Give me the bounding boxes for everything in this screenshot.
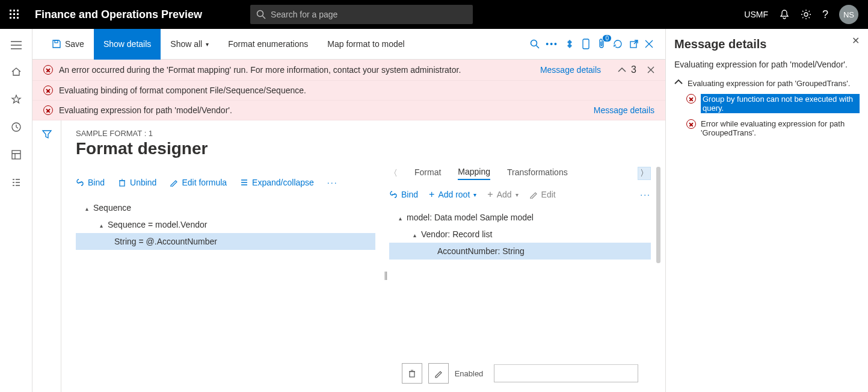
star-icon[interactable]	[11, 94, 22, 105]
close-icon[interactable]: ✕	[852, 35, 860, 46]
save-label: Save	[65, 39, 84, 49]
model-node-selected[interactable]: AccountNumber: String	[389, 243, 651, 260]
tabs: 〈 Format Mapping Transformations 〉	[389, 167, 651, 184]
more-icon[interactable]: •••	[546, 39, 558, 49]
error-row: An error occurred during the 'Format map…	[32, 60, 665, 81]
error-text: Evaluating expression for path 'model/Ve…	[59, 105, 232, 115]
show-details-label: Show details	[103, 39, 151, 49]
edit-button[interactable]	[428, 363, 449, 384]
filter-icon[interactable]	[42, 129, 52, 392]
svg-rect-3	[10, 13, 11, 15]
svg-rect-1	[13, 10, 15, 11]
error-icon	[43, 105, 53, 115]
svg-rect-13	[12, 151, 20, 159]
bind-button[interactable]: Bind	[76, 178, 105, 187]
tab-format[interactable]: Format	[414, 167, 441, 179]
search-icon[interactable]	[530, 39, 540, 49]
delete-button[interactable]	[402, 363, 422, 384]
scrollbar-thumb[interactable]	[656, 167, 660, 263]
tree-node-selected[interactable]: String = @.AccountNumber	[76, 233, 375, 250]
chevron-down-icon: ▾	[473, 191, 476, 198]
clock-icon[interactable]	[11, 122, 22, 132]
map-format-button[interactable]: Map format to model	[318, 29, 414, 60]
page-title: Format designer	[76, 139, 651, 158]
svg-rect-2	[17, 10, 19, 11]
tab-next-icon[interactable]: 〉	[638, 167, 651, 180]
model-node[interactable]: Vendor: Record list	[389, 226, 651, 243]
svg-rect-4	[13, 13, 15, 15]
refresh-icon[interactable]	[612, 39, 623, 49]
edit-button: Edit	[529, 190, 556, 199]
show-all-button[interactable]: Show all▾	[161, 29, 218, 60]
format-enumerations-button[interactable]: Format enumerations	[218, 29, 318, 60]
popout-icon[interactable]	[629, 39, 639, 49]
enabled-label: Enabled	[455, 369, 484, 378]
svg-rect-0	[10, 10, 11, 11]
map-format-label: Map format to model	[327, 39, 404, 49]
tab-prev-icon[interactable]: 〈	[389, 168, 398, 179]
attachment-icon[interactable]: 0	[597, 39, 606, 49]
more-icon[interactable]: ···	[640, 190, 651, 199]
company-code[interactable]: USMF	[744, 10, 768, 19]
tree-node[interactable]: Sequence = model.Vendor	[76, 216, 375, 233]
error-row: Evaluating binding of format component F…	[32, 81, 665, 101]
model-node[interactable]: model: Data model Sample model	[389, 209, 651, 226]
home-icon[interactable]	[11, 66, 22, 77]
bell-icon[interactable]	[779, 9, 790, 20]
help-icon[interactable]: ?	[822, 8, 828, 21]
svg-rect-19	[120, 181, 125, 186]
message-details-link[interactable]: Message details	[540, 65, 601, 75]
error-row: Evaluating expression for path 'model/Ve…	[32, 101, 665, 120]
tab-transformations[interactable]: Transformations	[507, 167, 568, 179]
edit-formula-button[interactable]: Edit formula	[170, 178, 227, 187]
phone-icon[interactable]	[581, 39, 591, 49]
error-icon	[686, 119, 696, 129]
hamburger-icon[interactable]	[11, 41, 22, 49]
error-icon	[686, 94, 696, 104]
app-title: Finance and Operations Preview	[29, 8, 214, 21]
save-icon	[52, 39, 61, 49]
msg-text: Error while evaluating expression for pa…	[701, 119, 860, 137]
show-details-button[interactable]: Show details	[94, 29, 161, 60]
workspace-icon[interactable]	[11, 149, 22, 160]
svg-point-11	[804, 13, 808, 16]
tree-node[interactable]: Sequence	[76, 199, 375, 216]
modules-icon[interactable]	[11, 177, 22, 188]
splitter-vertical[interactable]: ‖	[383, 167, 389, 384]
chevron-down-icon: ▾	[206, 41, 209, 48]
svg-rect-17	[583, 39, 589, 49]
diamond-icon[interactable]	[564, 39, 575, 49]
bind-button[interactable]: Bind	[389, 190, 418, 199]
app-launcher-icon[interactable]	[0, 0, 29, 29]
message-details-link[interactable]: Message details	[594, 105, 654, 115]
collapse-icon[interactable]	[618, 67, 626, 73]
gear-icon[interactable]	[801, 9, 811, 20]
message-details-panel: ✕ Message details Evaluating expression …	[665, 29, 868, 392]
unbind-button[interactable]: Unbind	[118, 178, 156, 187]
more-icon[interactable]: ···	[327, 178, 338, 187]
dismiss-icon[interactable]	[647, 66, 654, 73]
add-button: +Add▾	[487, 190, 518, 199]
global-search[interactable]: Search for a page	[250, 5, 473, 24]
add-root-button[interactable]: +Add root▾	[429, 190, 476, 199]
tab-mapping[interactable]: Mapping	[458, 167, 490, 180]
msg-text-highlight[interactable]: Group by function can not be executed wi…	[701, 94, 860, 113]
left-nav	[0, 29, 32, 392]
close-icon[interactable]	[645, 40, 653, 48]
msg-row: Evaluating expression for path 'GroupedT…	[674, 79, 860, 88]
save-button[interactable]: Save	[42, 29, 94, 60]
topbar: Finance and Operations Preview Search fo…	[0, 0, 868, 29]
expand-collapse-button[interactable]: Expand/collapse	[240, 178, 314, 187]
badge-count: 0	[603, 35, 611, 42]
panel-subtitle: Evaluating expression for path 'model/Ve…	[674, 60, 860, 69]
svg-rect-7	[13, 17, 15, 19]
avatar[interactable]: NS	[839, 5, 858, 24]
svg-rect-20	[410, 372, 414, 377]
msg-text: Evaluating expression for path 'GroupedT…	[688, 79, 850, 88]
designer-area: SAMPLE FORMAT : 1 Format designer Bind U…	[32, 120, 665, 392]
command-bar: Save Show details Show all▾ Format enume…	[32, 29, 665, 60]
enabled-field[interactable]	[494, 364, 638, 382]
chevron-up-icon[interactable]	[674, 79, 683, 85]
error-icon	[43, 65, 53, 75]
error-text: An error occurred during the 'Format map…	[59, 65, 461, 75]
